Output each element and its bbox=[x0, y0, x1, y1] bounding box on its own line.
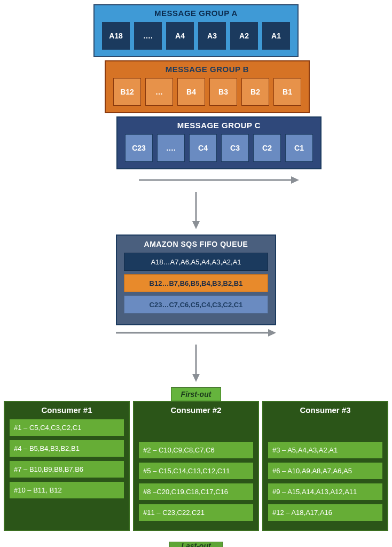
msg-cell: B12 bbox=[113, 78, 141, 106]
svg-marker-3 bbox=[192, 221, 200, 229]
last-out-label: Last-out bbox=[181, 542, 210, 547]
msg-cell: B2 bbox=[241, 78, 269, 106]
arrow-down-icon bbox=[191, 192, 201, 231]
batch: #4 – B5,B4,B3,B2,B1 bbox=[9, 440, 124, 457]
msg-cell: A3 bbox=[198, 22, 226, 50]
batch: #5 – C15,C14,C13,C12,C11 bbox=[138, 462, 254, 480]
msg-cell: C23 bbox=[125, 134, 153, 162]
svg-marker-1 bbox=[291, 176, 299, 184]
batch: #8 –C20,C19,C18,C17,C16 bbox=[138, 483, 254, 501]
msg-cell: A1 bbox=[262, 22, 290, 50]
batch: #3 – A5,A4,A3,A2,A1 bbox=[268, 441, 383, 459]
consumer-title: Consumer #2 bbox=[138, 405, 254, 415]
msg-cell: B1 bbox=[273, 78, 301, 106]
group-a-row: A18 …. A4 A3 A2 A1 bbox=[102, 22, 290, 50]
consumer-title: Consumer #1 bbox=[9, 405, 124, 415]
batch: #12 – A18,A17,A16 bbox=[268, 504, 383, 521]
arrow-right-icon bbox=[116, 327, 276, 338]
sqs-fifo-queue: AMAZON SQS FIFO QUEUE A18…A7,A6,A5,A4,A3… bbox=[116, 235, 276, 325]
msg-cell: …. bbox=[134, 22, 162, 50]
group-a-title: MESSAGE GROUP A bbox=[154, 9, 238, 18]
svg-marker-5 bbox=[268, 329, 276, 337]
msg-cell: B3 bbox=[209, 78, 237, 106]
message-group-b: MESSAGE GROUP B B12 … B4 B3 B2 B1 bbox=[105, 60, 310, 113]
first-out-label: First-out bbox=[171, 387, 222, 401]
last-out-arrow: Last-out bbox=[153, 533, 239, 547]
msg-cell: C2 bbox=[253, 134, 281, 162]
msg-cell: A2 bbox=[230, 22, 258, 50]
message-group-a: MESSAGE GROUP A A18 …. A4 A3 A2 A1 bbox=[93, 4, 299, 57]
batch: #7 – B10,B9,B8,B7,B6 bbox=[9, 460, 124, 478]
msg-cell: C4 bbox=[189, 134, 217, 162]
consumer-2: Consumer #2 #2 – C10,C9,C8,C7,C6 #5 – C1… bbox=[133, 401, 259, 531]
queue-row-b: B12…B7,B6,B5,B4,B3,B2,B1 bbox=[124, 274, 268, 292]
group-c-row: C23 …. C4 C3 C2 C1 bbox=[125, 134, 313, 162]
msg-cell: … bbox=[145, 78, 173, 106]
msg-cell: C1 bbox=[285, 134, 313, 162]
msg-cell: A4 bbox=[166, 22, 194, 50]
msg-cell: C3 bbox=[221, 134, 249, 162]
consumer-title: Consumer #3 bbox=[268, 405, 383, 415]
batch: #1 – C5,C4,C3,C2,C1 bbox=[9, 419, 124, 436]
svg-marker-7 bbox=[192, 374, 200, 382]
msg-cell: …. bbox=[157, 134, 185, 162]
queue-row-c: C23…C7,C6,C5,C4,C3,C2,C1 bbox=[124, 295, 268, 314]
consumers-row: Consumer #1 #1 – C5,C4,C3,C2,C1 #4 – B5,… bbox=[0, 401, 392, 531]
batch: #9 – A15,A14,A13,A12,A11 bbox=[268, 483, 383, 501]
group-b-title: MESSAGE GROUP B bbox=[166, 65, 249, 74]
spacer bbox=[138, 419, 254, 438]
queue-row-a: A18…A7,A6,A5,A4,A3,A2,A1 bbox=[124, 253, 268, 271]
message-group-c: MESSAGE GROUP C C23 …. C4 C3 C2 C1 bbox=[116, 116, 322, 169]
consumer-1: Consumer #1 #1 – C5,C4,C3,C2,C1 #4 – B5,… bbox=[4, 401, 130, 531]
queue-title: AMAZON SQS FIFO QUEUE bbox=[144, 240, 248, 248]
batch: #6 – A10,A9,A8,A7,A6,A5 bbox=[268, 462, 383, 480]
group-b-row: B12 … B4 B3 B2 B1 bbox=[113, 78, 301, 106]
batch: #11 – C23,C22,C21 bbox=[138, 504, 254, 521]
batch: #2 – C10,C9,C8,C7,C6 bbox=[138, 441, 254, 459]
spacer bbox=[268, 419, 383, 438]
consumer-3: Consumer #3 #3 – A5,A4,A3,A2,A1 #6 – A10… bbox=[262, 401, 388, 531]
arrow-down-icon bbox=[191, 345, 201, 384]
arrow-right-icon bbox=[139, 175, 299, 185]
msg-cell: A18 bbox=[102, 22, 130, 50]
group-c-title: MESSAGE GROUP C bbox=[177, 121, 261, 130]
msg-cell: B4 bbox=[177, 78, 205, 106]
batch: #10 – B11, B12 bbox=[9, 481, 124, 499]
